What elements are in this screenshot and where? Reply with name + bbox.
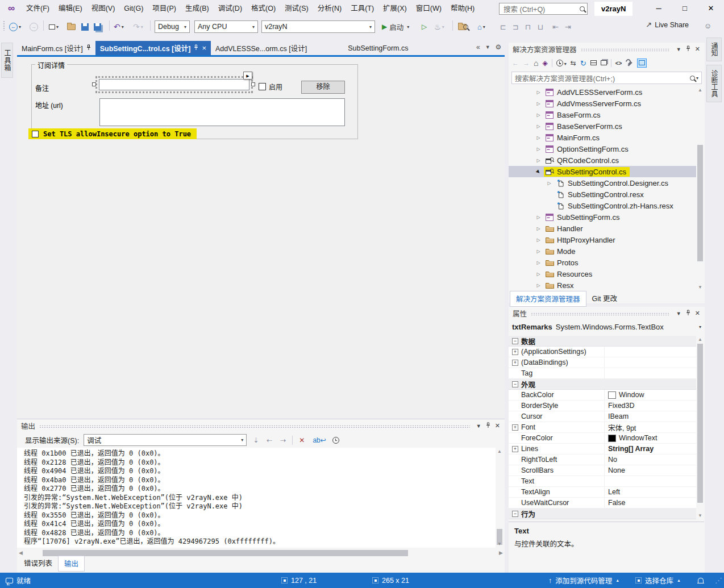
menubar-item[interactable]: 扩展(X) <box>378 0 411 17</box>
startup-project-combo[interactable]: v2rayN▾ <box>261 20 375 33</box>
property-row[interactable]: Tag <box>509 368 696 379</box>
enable-checkbox[interactable]: 启用 <box>259 82 282 91</box>
tree-item[interactable]: ▷Resx <box>509 280 696 291</box>
menubar-item[interactable]: 帮助(H) <box>446 0 479 17</box>
remarks-textbox[interactable] <box>99 79 249 90</box>
pin-icon[interactable] <box>194 44 198 52</box>
pin-icon[interactable] <box>86 44 91 52</box>
live-share-button[interactable]: ↗Live Share <box>646 20 689 29</box>
tree-item[interactable]: ▷BaseForm.cs <box>509 109 696 120</box>
maximize-button[interactable]: □ <box>672 0 698 17</box>
property-row[interactable]: ForeColorWindowText <box>509 433 696 444</box>
menubar-item[interactable]: 调试(D) <box>214 0 247 17</box>
menubar-item[interactable]: Git(G) <box>119 0 148 17</box>
output-vertical-scrollbar[interactable]: ▲ ▼ <box>496 448 504 548</box>
property-value[interactable]: Left <box>604 487 696 497</box>
property-row[interactable]: +Font宋体, 9pt <box>509 422 696 433</box>
preview-selected-items-icon[interactable] <box>637 59 647 68</box>
tree-item[interactable]: ▷BaseServerForm.cs <box>509 120 696 132</box>
tree-item[interactable]: ▷Mode <box>509 245 696 257</box>
panel-tab[interactable]: 输出 <box>58 556 85 572</box>
gear-icon[interactable]: ⚙ <box>496 43 502 51</box>
property-value[interactable]: No <box>604 454 696 465</box>
property-row[interactable]: TextAlignLeft <box>509 487 696 498</box>
tls-allow-insecure-checkbox[interactable]: Set TLS allowInsecure option to True <box>28 128 197 139</box>
add-to-source-control-button[interactable]: ↑添加到源代码管理▲ <box>548 573 619 588</box>
property-value[interactable]: 宋体, 9pt <box>604 422 696 432</box>
menubar-item[interactable]: 文件(F) <box>22 0 54 17</box>
scroll-up-icon[interactable]: ▲ <box>696 337 704 342</box>
property-value[interactable]: IBeam <box>604 411 696 422</box>
property-row[interactable]: +LinesString[] Array <box>509 444 696 454</box>
collapsed-arrow-icon[interactable]: ▷ <box>535 124 542 129</box>
properties-vertical-scrollbar[interactable]: ▲ ▼ <box>696 336 704 519</box>
tree-item[interactable]: ▷Handler <box>509 223 696 234</box>
collapse-minus-icon[interactable]: − <box>512 338 518 344</box>
collapsed-arrow-icon[interactable]: ▷ <box>535 112 542 118</box>
tree-item[interactable]: ▷AddVLESSServerForm.cs <box>509 86 696 98</box>
tree-item[interactable]: ▷Resources <box>509 268 696 280</box>
start-without-debug-icon[interactable]: ▷ <box>422 20 427 33</box>
collapsed-arrow-icon[interactable]: ▷ <box>535 272 542 277</box>
property-value[interactable] <box>604 347 696 357</box>
minimize-button[interactable]: ─ <box>646 0 672 17</box>
output-log[interactable]: 线程 0x1b00 已退出，返回值为 0 (0x0)。线程 0x2128 已退出… <box>17 448 496 548</box>
toolbox-side-tab[interactable]: 工具箱 <box>1 43 13 78</box>
pin-icon[interactable] <box>686 310 690 317</box>
side-tab[interactable]: 诊断工具 <box>706 65 722 102</box>
property-value[interactable]: False <box>604 498 696 508</box>
collapsed-arrow-icon[interactable]: ▷ <box>535 135 542 140</box>
tree-item[interactable]: ▷AddVmessServerForm.cs <box>509 98 696 109</box>
feedback-icon[interactable]: ☺ <box>704 22 711 30</box>
notifications-bell-icon[interactable] <box>698 573 704 588</box>
sync-with-active-document-icon[interactable]: ◈ <box>542 59 547 67</box>
scroll-left-icon[interactable]: ◀ <box>19 550 23 556</box>
property-value[interactable]: String[] Array <box>604 444 696 454</box>
menubar-item[interactable]: 测试(S) <box>280 0 313 17</box>
smart-tag-button[interactable]: ▶ <box>243 72 252 80</box>
pin-icon[interactable] <box>686 45 690 53</box>
expand-plus-icon[interactable]: + <box>512 424 518 431</box>
scroll-down-icon[interactable]: ▼ <box>696 513 704 518</box>
property-row[interactable]: BackColorWindow <box>509 390 696 401</box>
scroll-up-icon[interactable]: ▲ <box>496 449 504 454</box>
property-row[interactable]: +(ApplicationSettings) <box>509 347 696 357</box>
menubar-item[interactable]: 格式(O) <box>247 0 280 17</box>
properties-wrench-icon[interactable] <box>626 60 633 67</box>
property-row[interactable]: UseWaitCursorFalse <box>509 498 696 508</box>
window-position-chevron-icon[interactable]: ▼ <box>676 47 681 52</box>
solution-search-box[interactable]: 搜索解决方案资源管理器(Ctrl+;) ▾ <box>511 72 702 84</box>
collapsed-arrow-icon[interactable]: ▷ <box>535 237 542 243</box>
collapsed-arrow-icon[interactable]: ▷ <box>535 101 542 106</box>
output-source-combo[interactable]: 调试▾ <box>84 434 247 446</box>
property-category[interactable]: −行为 <box>509 508 696 519</box>
select-repository-button[interactable]: 选择仓库▲ <box>635 573 681 588</box>
start-debug-button[interactable]: ▶启动▾ <box>380 20 411 33</box>
expand-plus-icon[interactable]: + <box>512 446 518 452</box>
menubar-item[interactable]: 工具(T) <box>346 0 378 17</box>
collapsed-arrow-icon[interactable]: ▷ <box>535 249 542 254</box>
scrollbar-thumb[interactable] <box>697 344 703 503</box>
tree-item[interactable]: SubSettingControl.zh-Hans.resx <box>509 200 696 211</box>
url-textbox[interactable] <box>99 98 345 126</box>
quick-search-box[interactable]: 搜索 (Ctrl+Q) <box>499 3 588 15</box>
toolbar-grip[interactable] <box>3 20 5 31</box>
new-project-icon[interactable]: ▾ <box>49 20 59 33</box>
collapse-minus-icon[interactable]: − <box>512 381 518 387</box>
tree-item[interactable]: ▷MainForm.cs <box>509 132 696 143</box>
document-tab[interactable]: SubSettingC...trol.cs [设计]× <box>95 41 211 55</box>
undo-icon[interactable]: ↶▾ <box>114 20 124 33</box>
close-button[interactable]: ✕ <box>698 0 724 17</box>
switch-views-icon[interactable]: ⇆ <box>571 59 576 67</box>
collapsed-arrow-icon[interactable]: ▷ <box>535 90 542 95</box>
output-horizontal-scrollbar[interactable]: ◀ ▶ <box>17 549 505 557</box>
close-icon[interactable]: × <box>202 44 206 52</box>
property-row[interactable]: Text <box>509 476 696 487</box>
scroll-tabs-icon[interactable]: « <box>476 43 480 51</box>
menubar-item[interactable]: 窗口(W) <box>411 0 446 17</box>
panel-tab[interactable]: 错误列表 <box>18 556 58 570</box>
show-all-files-icon[interactable] <box>601 59 607 67</box>
save-all-icon[interactable] <box>94 20 103 33</box>
property-row[interactable]: BorderStyleFixed3D <box>509 401 696 411</box>
home-icon[interactable]: ⌂ <box>534 59 538 68</box>
